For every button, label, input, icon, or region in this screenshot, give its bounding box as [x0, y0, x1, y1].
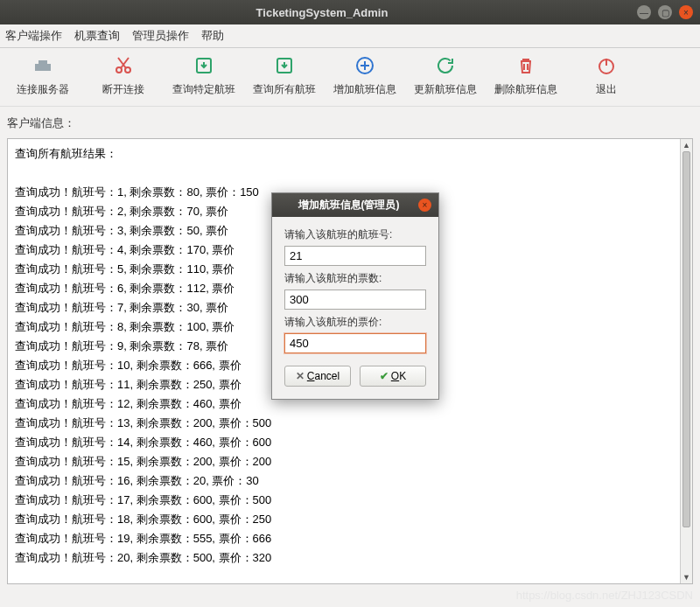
add-flight-dialog: 增加航班信息(管理员) × 请输入该航班的航班号: 请输入该航班的票数: 请输入… [271, 192, 439, 400]
server-icon [32, 55, 53, 82]
section-label: 客户端信息： [7, 115, 693, 131]
toolbar-label: 连接服务器 [17, 82, 69, 97]
maximize-icon[interactable]: ▢ [658, 5, 672, 19]
menu-admin[interactable]: 管理员操作 [132, 28, 189, 44]
query-specific-flight-button[interactable]: 查询特定航班 [164, 53, 243, 99]
dialog-titlebar: 增加航班信息(管理员) × [272, 193, 438, 217]
svg-rect-0 [35, 64, 51, 71]
toolbar-label: 查询所有航班 [253, 82, 316, 97]
minimize-icon[interactable]: — [637, 5, 651, 19]
refresh-icon [435, 55, 456, 82]
connect-server-button[interactable]: 连接服务器 [4, 53, 82, 99]
toolbar-label: 删除航班信息 [494, 82, 557, 97]
toolbar-label: 断开连接 [102, 82, 144, 97]
scroll-down-icon[interactable]: ▼ [681, 571, 692, 583]
check-icon: ✔ [380, 370, 388, 382]
download-box-icon [193, 55, 214, 82]
menu-ticket-query[interactable]: 机票查询 [74, 28, 120, 44]
close-icon[interactable]: × [679, 5, 693, 19]
window-title: TicketingSystem_Admin [7, 6, 637, 19]
cancel-x-icon: ✕ [296, 370, 304, 382]
scrollbar[interactable]: ▲ ▼ [680, 139, 692, 583]
dialog-close-icon[interactable]: × [418, 199, 431, 212]
plus-circle-icon [354, 55, 375, 82]
menu-help[interactable]: 帮助 [201, 28, 224, 44]
power-icon [596, 55, 617, 82]
menu-client[interactable]: 客户端操作 [5, 28, 62, 44]
price-field[interactable] [284, 333, 426, 353]
label-flight-no: 请输入该航班的航班号: [284, 227, 426, 242]
tickets-field[interactable] [284, 290, 426, 310]
add-flight-button[interactable]: 增加航班信息 [326, 53, 404, 99]
toolbar-label: 更新航班信息 [414, 82, 477, 97]
ok-button[interactable]: ✔ OK [360, 366, 426, 387]
exit-button[interactable]: 退出 [567, 53, 646, 99]
toolbar-label: 查询特定航班 [172, 82, 235, 97]
svg-rect-1 [38, 60, 47, 64]
delete-flight-button[interactable]: 删除航班信息 [486, 53, 565, 99]
dialog-title: 增加航班信息(管理员) [279, 198, 418, 213]
download-box-icon [274, 55, 295, 82]
menubar: 客户端操作 机票查询 管理员操作 帮助 [0, 24, 700, 48]
scroll-thumb[interactable] [682, 151, 690, 527]
toolbar-label: 退出 [596, 82, 617, 97]
toolbar: 连接服务器断开连接查询特定航班查询所有航班增加航班信息更新航班信息删除航班信息退… [0, 48, 700, 107]
disconnect-button[interactable]: 断开连接 [84, 53, 163, 99]
scroll-up-icon[interactable]: ▲ [681, 139, 692, 151]
label-price: 请输入该航班的票价: [284, 315, 426, 330]
label-tickets: 请输入该航班的票数: [284, 271, 426, 286]
update-flight-button[interactable]: 更新航班信息 [406, 53, 485, 99]
watermark: https://blog.csdn.net/ZHJ123CSDN [516, 589, 693, 602]
toolbar-label: 增加航班信息 [333, 82, 396, 97]
trash-icon [515, 55, 536, 82]
cut-icon [113, 55, 134, 82]
cancel-button[interactable]: ✕ Cancel [284, 366, 351, 387]
query-all-flights-button[interactable]: 查询所有航班 [245, 53, 324, 99]
window-titlebar: TicketingSystem_Admin — ▢ × [0, 0, 700, 24]
flight-no-field[interactable] [284, 246, 426, 266]
